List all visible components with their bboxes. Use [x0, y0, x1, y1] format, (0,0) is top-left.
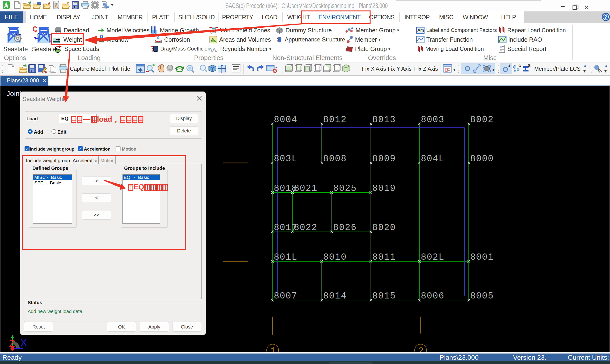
svg-text:J: J — [508, 64, 510, 68]
svg-text:?: ? — [604, 14, 607, 20]
svg-text:Am: Am — [417, 28, 424, 33]
svg-text:S1: S1 — [528, 64, 531, 68]
svg-text:G: G — [519, 64, 521, 68]
